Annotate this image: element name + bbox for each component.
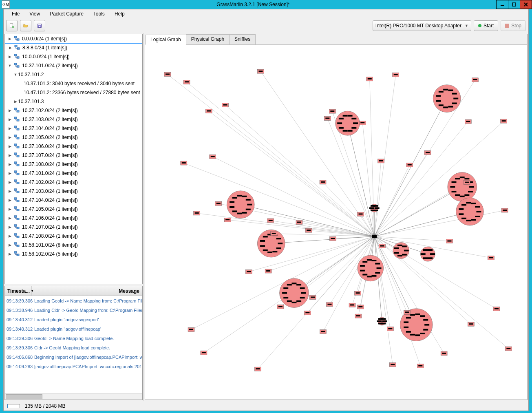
adapter-dropdown[interactable]: Intel(R) PRO/1000 MT Desktop Adapter ▼ (373, 20, 471, 31)
svg-rect-340 (296, 300, 301, 302)
log-row[interactable]: 09:13:39.306Loading GeoId -> Name Mappin… (5, 296, 142, 305)
tree-caret-icon[interactable]: ▶ (8, 46, 13, 50)
svg-rect-314 (247, 204, 252, 205)
tree-row[interactable]: ▶0.0.0.0/24 (1 item[s]) (5, 34, 142, 43)
tree-row[interactable]: ▶10.47.104.0/24 (1 item[s]) (5, 196, 142, 205)
tree-row[interactable]: ▶10.37.107.0/24 (2 item[s]) (5, 151, 142, 160)
graph-canvas[interactable] (145, 45, 527, 400)
minimize-button[interactable] (496, 0, 508, 9)
tree-row[interactable]: ▶10.37.101.3 (5, 97, 142, 106)
tree-caret-icon[interactable]: ▶ (7, 135, 12, 139)
maximize-button[interactable] (508, 0, 520, 9)
tree-caret-icon[interactable]: ▶ (7, 198, 12, 202)
menu-file[interactable]: File (7, 10, 24, 18)
tree-caret-icon[interactable]: ▶ (7, 243, 12, 247)
svg-rect-475 (266, 270, 270, 272)
svg-rect-533 (442, 353, 446, 354)
log-row[interactable]: 09:13:40.312Loaded plugin 'iadgov.svgexp… (5, 315, 142, 324)
log-row[interactable]: 09:13:39.306Cidr -> GeoId Mapping load c… (5, 343, 142, 352)
tree-caret-icon[interactable]: ▶ (7, 252, 12, 256)
tree-caret-icon[interactable]: ▶ (7, 108, 12, 113)
tab-logical-graph[interactable]: Logical Graph (145, 35, 186, 45)
tree-row[interactable]: ▶10.58.102.0/24 (5 item[s]) (5, 250, 142, 258)
tree-caret-icon[interactable]: ▼ (13, 73, 18, 77)
tree-row[interactable]: ▶10.37.103.0/24 (2 item[s]) (5, 115, 142, 124)
tree-caret-icon[interactable]: ▶ (7, 207, 12, 211)
tree-row[interactable]: ▶10.47.107.0/24 (1 item[s]) (5, 223, 142, 232)
tree-row[interactable]: ▶10.37.102.0/24 (2 item[s]) (5, 106, 142, 115)
svg-rect-310 (443, 89, 448, 91)
svg-rect-483 (330, 110, 334, 112)
tree-row[interactable]: 10.37.101.3: 3040 bytes received / 3040 … (5, 79, 142, 88)
tree-caret-icon[interactable]: ▶ (7, 171, 12, 175)
tree-row[interactable]: ▶10.0.0.0/24 (1 item[s]) (5, 52, 142, 61)
svg-rect-380 (460, 177, 465, 178)
tree-row[interactable]: ▶10.47.101.0/24 (1 item[s]) (5, 169, 142, 178)
tree-caret-icon[interactable]: ▼ (7, 64, 12, 68)
log-header-timestamp[interactable]: Timesta...▼ (5, 286, 32, 296)
network-icon (14, 144, 20, 149)
tree-caret-icon[interactable]: ▶ (7, 153, 12, 157)
tree-caret-icon[interactable]: ▶ (7, 55, 12, 59)
tree-row[interactable]: ▶10.47.106.0/24 (1 item[s]) (5, 214, 142, 223)
log-row[interactable]: 09:14:09.283[iadgov.offlinepcap.PCAPImpo… (5, 362, 142, 371)
tree-label: 10.47.108.0/24 (1 item[s]) (22, 233, 78, 239)
tree-row[interactable]: ▶10.58.101.0/24 (8 item[s]) (5, 241, 142, 250)
tree-row[interactable]: ▶10.47.105.0/24 (1 item[s]) (5, 205, 142, 214)
svg-rect-302 (453, 98, 458, 99)
tree-row[interactable]: ▶10.47.103.0/24 (1 item[s]) (5, 187, 142, 196)
tree-row[interactable]: ▶8.8.8.0/24 (1 item[s]) (5, 43, 142, 52)
svg-line-238 (370, 79, 374, 236)
tree-row[interactable]: ▶10.37.108.0/24 (2 item[s]) (5, 160, 142, 169)
tree-caret-icon[interactable]: ▶ (7, 189, 12, 193)
log-header-message[interactable]: Message (32, 286, 142, 296)
new-file-button[interactable] (6, 20, 18, 31)
svg-rect-457 (350, 304, 354, 305)
tree-row[interactable]: ▶10.47.102.0/24 (1 item[s]) (5, 178, 142, 187)
tree-caret-icon[interactable]: ▶ (13, 99, 18, 104)
tree-scroll[interactable]: ▶0.0.0.0/24 (1 item[s])▶8.8.8.0/24 (1 it… (5, 34, 142, 284)
tree-caret-icon[interactable]: ▶ (7, 37, 12, 41)
tree-caret-icon[interactable]: ▶ (7, 144, 12, 148)
tree-row[interactable]: ▶10.37.104.0/24 (2 item[s]) (5, 124, 142, 133)
tree-caret-icon[interactable]: ▶ (7, 180, 12, 184)
tree-row[interactable]: ▼10.37.101.2 (5, 70, 142, 79)
tab-sniffles[interactable]: Sniffles (229, 34, 256, 44)
log-scrollbar[interactable] (5, 393, 142, 400)
svg-rect-426 (378, 323, 383, 325)
tree-caret-icon[interactable]: ▶ (7, 162, 12, 166)
menu-view[interactable]: View (24, 10, 45, 18)
svg-rect-415 (428, 249, 433, 251)
svg-rect-405 (410, 314, 415, 316)
tree-row[interactable]: ▶10.37.106.0/24 (2 item[s]) (5, 142, 142, 151)
svg-rect-319 (230, 206, 234, 208)
svg-line-130 (271, 236, 374, 243)
tree-row[interactable]: ▶10.47.108.0/24 (1 item[s]) (5, 232, 142, 241)
open-folder-button[interactable] (20, 20, 31, 31)
svg-rect-91 (14, 252, 17, 253)
adapter-label: Intel(R) PRO/1000 MT Desktop Adapter (375, 23, 461, 29)
save-button[interactable] (34, 20, 45, 31)
tree-caret-icon[interactable]: ▶ (7, 126, 12, 130)
close-button[interactable] (520, 0, 532, 9)
tab-physical-graph[interactable]: Physical Graph (186, 34, 230, 44)
log-body[interactable]: 09:13:39.306Loading GeoId -> Name Mappin… (5, 296, 142, 393)
tree-caret-icon[interactable]: ▶ (7, 234, 12, 238)
menu-tools[interactable]: Tools (88, 10, 110, 18)
menu-packet-capture[interactable]: Packet Capture (45, 10, 88, 18)
tree-row[interactable]: ▶10.37.105.0/24 (2 item[s]) (5, 133, 142, 142)
menu-help[interactable]: Help (110, 10, 130, 18)
log-row[interactable]: 09:14:06.868Beginning import of [iadgov.… (5, 352, 142, 362)
svg-line-267 (374, 161, 381, 236)
log-row[interactable]: 09:13:40.312Loaded plugin 'iadgov.offlin… (5, 324, 142, 333)
tree-row[interactable]: 10.47.101.2: 23366 bytes received / 2788… (5, 88, 142, 97)
tree-row[interactable]: ▼10.37.101.0/24 (2 item[s]) (5, 61, 142, 70)
tree-caret-icon[interactable]: ▶ (7, 117, 12, 121)
tree-caret-icon[interactable]: ▶ (7, 225, 12, 229)
start-button[interactable]: Start (474, 20, 498, 31)
log-row[interactable]: 09:13:38.946Loading Cidr -> GeoId Mappin… (5, 305, 142, 315)
svg-rect-422 (373, 205, 378, 207)
log-row[interactable]: 09:13:39.306GeoId -> Name Mapping load c… (5, 333, 142, 343)
svg-rect-443 (418, 365, 422, 367)
tree-caret-icon[interactable]: ▶ (7, 216, 12, 220)
